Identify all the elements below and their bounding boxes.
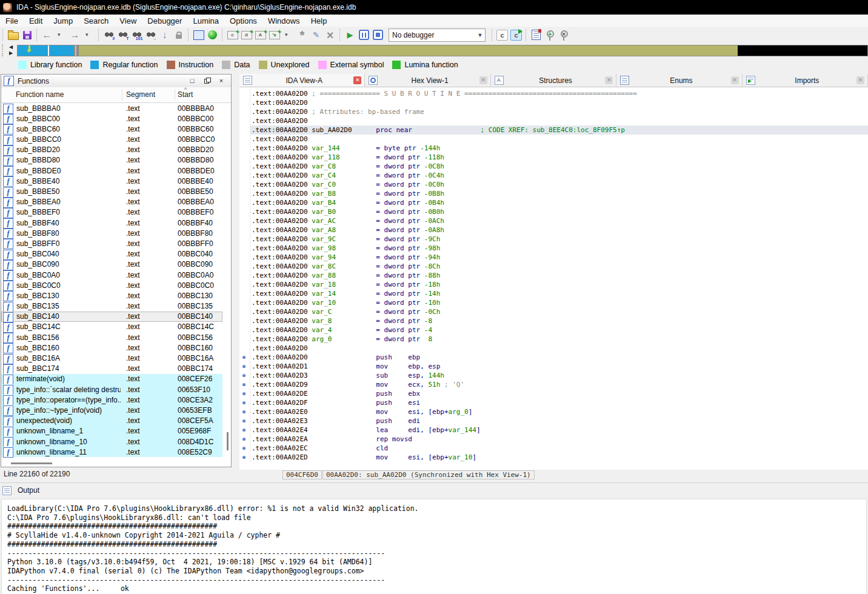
disassembly-line[interactable]: .text:00AA02D0 push ebp — [239, 353, 868, 362]
menu-item-search[interactable]: Search — [78, 16, 114, 26]
function-row[interactable]: fsub_BBC090.text00BBC090 — [1, 259, 222, 270]
disassembly-line[interactable]: .text:00AA02D3 sub esp, 144h — [239, 371, 868, 380]
attach-c-icon[interactable]: c — [495, 28, 509, 42]
disassembly-line[interactable]: .text:00AA02DE push ebx — [239, 389, 868, 398]
function-row[interactable]: ftype_info::operator==(type_info....text… — [1, 395, 222, 405]
function-row[interactable]: ftype_info::`scalar deleting destru....t… — [1, 384, 222, 395]
disassembly-line[interactable]: .text:00AA02D0 ; =============== S U B R… — [239, 89, 868, 98]
function-row[interactable]: fsub_BBC0A0.text00BBC0A0 — [1, 270, 222, 280]
tab-close-icon[interactable]: ✕ — [353, 76, 361, 84]
disassembly-line[interactable]: .text:00AA02D0 var_A8 = dword ptr -0A8h — [239, 225, 868, 235]
search-next-icon[interactable] — [144, 28, 158, 42]
save-icon[interactable] — [20, 28, 34, 42]
tab-close-icon[interactable]: ✕ — [479, 76, 487, 84]
create-code-icon[interactable]: c — [225, 28, 239, 42]
disassembly-line[interactable]: .text:00AA02D0 sub_AA02D0 proc near ; CO… — [239, 125, 868, 135]
run-c-icon[interactable]: c — [509, 28, 523, 42]
disassembly-line[interactable]: .text:00AA02D0 var_C8 = dword ptr -0C8h — [239, 162, 868, 171]
search-text-icon[interactable] — [116, 28, 130, 42]
function-row[interactable]: fsub_BBBC00.text00BBBC00 — [1, 113, 222, 124]
close-button[interactable]: × — [216, 77, 226, 85]
disassembly-line[interactable]: .text:00AA02D0 — [239, 98, 868, 107]
function-row[interactable]: funknown_libname_10.text008D4D1C — [1, 436, 222, 447]
function-row[interactable]: fsub_BBC160.text00BBC160 — [1, 342, 222, 353]
create-data-icon[interactable]: d — [239, 28, 253, 42]
disassembly-line[interactable]: .text:00AA02D0 var_94 = dword ptr -94h — [239, 253, 868, 262]
float-button[interactable] — [202, 77, 212, 85]
add-breakpoint-icon[interactable] — [543, 28, 557, 42]
function-row[interactable]: fsub_BBC16A.text00BBC16A — [1, 353, 222, 364]
maximize-button[interactable]: □ — [187, 77, 197, 85]
create-function-icon[interactable]: * — [295, 28, 309, 42]
stop-search-icon[interactable] — [172, 28, 185, 42]
disassembly-line[interactable]: .text:00AA02E0 mov esi, [ebp+arg_0] — [239, 407, 868, 416]
functions-titlebar[interactable]: f Functions □ × — [1, 75, 231, 88]
start-debugger-icon[interactable]: ▶ — [343, 28, 357, 42]
output-titlebar[interactable]: Output — [0, 483, 868, 498]
column-separator[interactable] — [122, 89, 122, 101]
function-row[interactable]: fsub_BBBEA0.text00BBBEA0 — [1, 197, 222, 207]
disassembly-line[interactable]: .text:00AA02E3 push edi — [239, 416, 868, 425]
back-dropdown-icon[interactable]: ▾ — [54, 28, 68, 42]
disassembly-line[interactable]: .text:00AA02EC cld — [239, 444, 868, 453]
menu-item-view[interactable]: View — [114, 16, 142, 26]
disassembly-line[interactable]: .text:00AA02D0 arg_0 = dword ptr 8 — [239, 335, 868, 344]
tab-close-icon[interactable]: ✕ — [605, 76, 613, 84]
function-row[interactable]: fsub_BBBCC0.text00BBBCC0 — [1, 135, 222, 145]
disassembly-line[interactable]: .text:00AA02D0 var_AC = dword ptr -0ACh — [239, 216, 868, 225]
function-row[interactable]: fsub_BBC140.text00BBC140 — [1, 312, 222, 322]
create-name-icon[interactable]: A — [253, 28, 267, 42]
pause-debugger-icon[interactable] — [357, 28, 371, 42]
disassembly-line[interactable]: .text:00AA02D0 — [239, 135, 868, 144]
output-log[interactable]: LoadLibrary(C:\IDA Pro 7.6\plugins\HookL… — [1, 499, 867, 594]
function-row[interactable]: funknown_libname_11.text008E52C9 — [1, 447, 222, 457]
function-row[interactable]: fsub_BBBFF0.text00BBBFF0 — [1, 238, 222, 249]
jump-next-icon[interactable]: ↓ — [158, 28, 172, 42]
disassembly-line[interactable]: .text:00AA02D0 var_C0 = dword ptr -0C0h — [239, 180, 868, 189]
function-row[interactable]: fterminate(void).text008CEF26 — [1, 374, 222, 384]
string-dropdown-icon[interactable]: ▾ — [281, 28, 295, 42]
search-sequence-icon[interactable] — [130, 28, 144, 42]
tab-close-icon[interactable]: ✕ — [731, 76, 739, 84]
column-segment[interactable]: Segment — [126, 90, 155, 99]
function-row[interactable]: fsub_BBC130.text00BBC130 — [1, 290, 222, 301]
function-row[interactable]: fsub_BBBBA0.text00BBBBA0 — [1, 103, 222, 113]
function-row[interactable]: fsub_BBBF40.text00BBBF40 — [1, 218, 222, 228]
function-row[interactable]: fsub_BBBD80.text00BBBD80 — [1, 155, 222, 165]
disassembly-line[interactable]: .text:00AA02D0 — [239, 116, 868, 125]
function-row[interactable]: fsub_BBBC60.text00BBBC60 — [1, 124, 222, 134]
modules-icon[interactable] — [529, 28, 543, 42]
disassembly-line[interactable]: .text:00AA02D0 ; Attributes: bp-based fr… — [239, 107, 868, 116]
disassembly-line[interactable]: .text:00AA02D0 — [239, 344, 868, 353]
disassembly-line[interactable]: .text:00AA02D9 mov ecx, 51h ; 'Q' — [239, 380, 868, 389]
disassembly-line[interactable]: .text:00AA02D0 var_14 = dword ptr -14h — [239, 289, 868, 298]
function-row[interactable]: fsub_BBBEF0.text00BBBEF0 — [1, 207, 222, 218]
disassembly-line[interactable]: .text:00AA02D0 var_8 = dword ptr -8 — [239, 316, 868, 325]
create-string-icon[interactable]: 's — [267, 28, 281, 42]
functions-vertical-scrollbar[interactable] — [227, 432, 229, 450]
function-row[interactable]: fsub_BBC040.text00BBC040 — [1, 249, 222, 259]
combo-dropdown-icon[interactable]: ▼ — [475, 32, 485, 38]
functions-column-header[interactable]: Function name Segment Start ^ — [1, 87, 231, 103]
function-row[interactable]: fsub_BBC174.text00BBC174 — [1, 364, 222, 374]
function-row[interactable]: fsub_BBBF80.text00BBBF80 — [1, 228, 222, 238]
function-row[interactable]: funexpected(void).text008CEF5A — [1, 416, 222, 426]
disassembly-view[interactable]: .text:00AA02D0 ; =============== S U B R… — [239, 87, 868, 470]
disassembly-line[interactable]: .text:00AA02D0 var_B4 = dword ptr -0B4h — [239, 198, 868, 207]
function-row[interactable]: fsub_BBC135.text00BBC135 — [1, 301, 222, 312]
disassembly-line[interactable]: .text:00AA02EA rep movsd — [239, 435, 868, 444]
disassembly-line[interactable]: .text:00AA02D0 var_C = dword ptr -0Ch — [239, 307, 868, 316]
disassembly-line[interactable]: .text:00AA02D0 var_8C = dword ptr -8Ch — [239, 262, 868, 271]
disassembly-line[interactable]: .text:00AA02D0 var_B8 = dword ptr -0B8h — [239, 189, 868, 198]
navigate-icon[interactable] — [205, 28, 219, 42]
delete-function-icon[interactable]: × — [323, 28, 337, 42]
menu-item-jump[interactable]: Jump — [48, 16, 78, 26]
tab-ida-view-a[interactable]: IDA View-A✕ — [239, 74, 365, 87]
column-separator[interactable] — [175, 89, 175, 101]
navband-scroll-arrows[interactable]: ◀▶ — [7, 44, 15, 56]
disassembly-line[interactable]: .text:00AA02D1 mov ebp, esp — [239, 362, 868, 371]
disassembly-line[interactable]: .text:00AA02D0 var_98 = dword ptr -98h — [239, 244, 868, 253]
tab-structures[interactable]: Structures✕ — [491, 74, 616, 87]
function-row[interactable]: fsub_BBBD20.text00BBBD20 — [1, 145, 222, 155]
disassembly-line[interactable]: .text:00AA02D0 var_18 = dword ptr -18h — [239, 280, 868, 289]
